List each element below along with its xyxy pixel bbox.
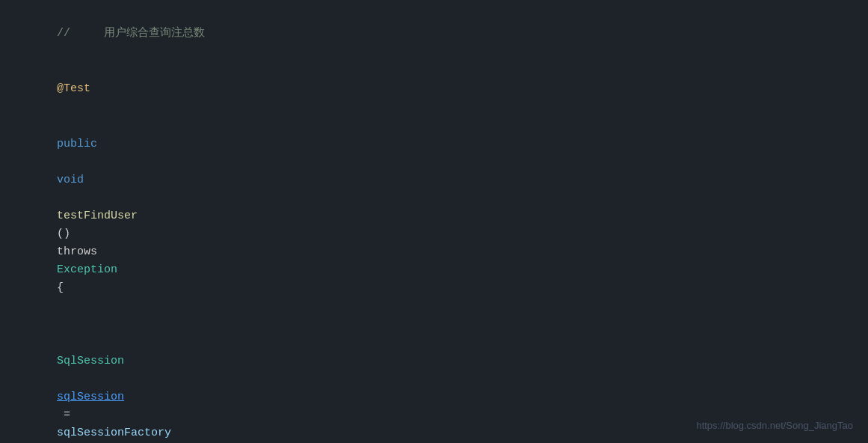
line-content-2: @Test (9, 62, 90, 116)
paren1: () (57, 227, 77, 240)
type-exception: Exception (57, 263, 117, 276)
sp1 (57, 156, 64, 168)
kw-throws: throws (57, 245, 104, 258)
line-content-4: SqlSession sqlSession = sqlSessionFactor… (9, 317, 171, 443)
line-content-3: public void testFindUser () throws Excep… (9, 117, 138, 315)
var-sqlsession[interactable]: sqlSession (57, 391, 124, 403)
brace1: { (57, 281, 64, 294)
line-content-1: // 用户综合查询注总数 (9, 7, 205, 61)
watermark: https://blog.csdn.net/Song_JiangTao (696, 418, 853, 434)
eq4: = (57, 409, 77, 421)
annotation-test: @Test (57, 82, 90, 95)
method-testfinduser: testFindUser (57, 210, 138, 222)
code-line-3: public void testFindUser () throws Excep… (0, 117, 868, 316)
sp4 (57, 373, 64, 385)
kw-public: public (57, 138, 97, 150)
indent-4 (57, 337, 84, 349)
code-container: // 用户综合查询注总数 @Test public void testFindU… (0, 0, 868, 443)
var-factory: sqlSessionFactory (57, 427, 171, 439)
kw-void: void (57, 174, 84, 186)
code-line-2: @Test (0, 61, 868, 117)
sp2 (57, 192, 64, 204)
code-line-1: // 用户综合查询注总数 (0, 6, 868, 61)
type-sqlsession: SqlSession (57, 355, 124, 367)
comment-1: // 用户综合查询注总数 (57, 27, 205, 40)
